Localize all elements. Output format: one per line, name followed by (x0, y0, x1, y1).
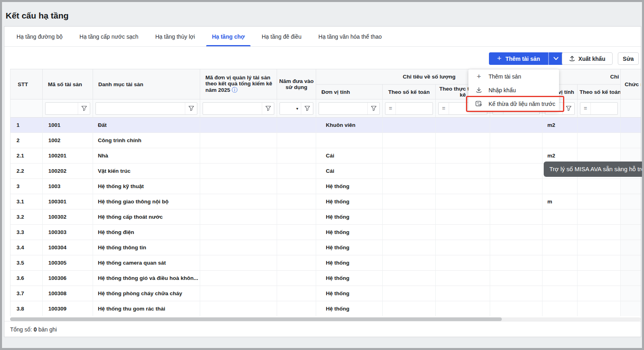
equals-operator[interactable]: = (439, 103, 449, 114)
col-header-stt[interactable]: STT (10, 69, 43, 99)
filter-cell-accounting2: = (578, 99, 621, 118)
tab-item-2[interactable]: Hạ tầng thủy lợi (149, 27, 201, 46)
edit-button[interactable]: Sửa (618, 52, 639, 65)
table-row[interactable]: 31003Hệ thống kỹ thuậtHệ thống (10, 179, 641, 194)
total-value: 0 (33, 326, 37, 333)
export-label: Xuất khẩu (578, 56, 605, 62)
add-asset-dropdown-toggle[interactable] (548, 52, 563, 65)
filter-unit-input[interactable] (319, 103, 367, 114)
toolbar: + Thêm tài sản Xuất khẩu Sửa (4, 47, 641, 69)
tab-item-5[interactable]: Hạ tầng văn hóa thể thao (313, 27, 387, 46)
dropdown-item-add-asset[interactable]: + Thêm tài sản (468, 70, 559, 83)
app-window: Kết cấu hạ tầng Hạ tầng đường bộHạ tầng … (2, 2, 642, 348)
chevron-down-icon (553, 57, 559, 60)
table-row[interactable]: 3.6100306Hệ thống thông gió và điều hoà … (10, 271, 641, 286)
filter-icon[interactable] (185, 103, 197, 114)
table-row[interactable]: 3.2100302Hệ thống cấp thoát nướcHệ thống (10, 209, 641, 225)
dropdown-item-import[interactable]: Nhập khẩu (468, 83, 559, 97)
table-row[interactable]: 3.7100308Hệ thống phòng cháy chữa cháyHệ… (10, 286, 641, 301)
col-header-code[interactable]: Mã số tài sản (43, 69, 93, 99)
filter-unit-code-input[interactable] (203, 103, 262, 114)
tab-item-0[interactable]: Hạ tầng đường bộ (11, 27, 68, 46)
filter-cell-function (621, 99, 641, 118)
assistant-tooltip: Trợ lý số MISA AVA sẵn sàng hỗ trợ (544, 162, 642, 177)
filter-cell-unit (316, 99, 383, 118)
filter-cell-code (43, 99, 93, 118)
filter-cell-name (93, 99, 200, 118)
tab-bar: Hạ tầng đường bộHạ tầng cấp nước sạchHạ … (4, 27, 641, 47)
horizontal-scrollbar[interactable] (10, 317, 641, 321)
equals-operator[interactable]: = (385, 103, 396, 114)
tab-item-1[interactable]: Hạ tầng cấp nước sạch (74, 27, 144, 46)
filter-cell-unit-code (200, 99, 277, 118)
col-header-accounting2[interactable]: Theo số kế toán (578, 85, 621, 99)
info-icon[interactable]: ⓘ (232, 87, 237, 94)
edit-label: Sửa (623, 56, 634, 62)
filter-icon[interactable] (562, 103, 574, 114)
filter-accounting-input[interactable] (396, 103, 433, 114)
table-row[interactable]: 3.5100305Hệ thống camera quan sátHệ thốn… (10, 255, 641, 271)
table-row[interactable]: 3.1100301Hệ thống giao thông nội bộHệ th… (10, 194, 641, 209)
grid-footer: Tổng số: 0 bản ghi (4, 321, 641, 337)
filter-cell-year: ▾ (277, 99, 316, 118)
total-unit: bản ghi (38, 326, 57, 333)
table-row[interactable]: 21002Công trình chính (10, 133, 641, 148)
table-row[interactable]: 3.3100303Hệ thống điệnHệ thống (10, 225, 641, 240)
caret-down-icon[interactable]: ▾ (294, 106, 301, 111)
scrollbar-thumb[interactable] (10, 317, 502, 321)
col-header-unit[interactable]: Đơn vị tính (316, 85, 383, 99)
table-row[interactable]: 11001ĐấtKhuôn viênm2 (10, 118, 641, 133)
add-asset-split-button[interactable]: + Thêm tài sản (489, 52, 563, 65)
col-header-accounting[interactable]: Theo số kế toán (383, 85, 436, 99)
filter-cell-accounting: = (383, 99, 436, 118)
total-label: Tổng số: (10, 326, 32, 333)
table-row[interactable]: 3.8100309Hệ thống thu gom rác thảiHệ thố… (10, 301, 641, 316)
plus-icon: + (475, 72, 483, 81)
download-icon (475, 87, 483, 93)
table-body: 11001ĐấtKhuôn viênm221002Công trình chín… (10, 118, 641, 316)
filter-icon[interactable] (78, 103, 90, 114)
col-header-function[interactable]: Chức năng (621, 69, 641, 99)
table-row[interactable]: 3.4100304Hệ thống thông tinHệ thống (10, 240, 641, 255)
tab-item-3[interactable]: Hạ tầng chợ (206, 27, 251, 46)
filter-accounting2-input[interactable] (591, 103, 617, 114)
filter-name-input[interactable] (96, 103, 185, 114)
add-asset-dropdown-menu: + Thêm tài sản Nhập khẩu Kế thừa dữ liệu… (468, 69, 559, 111)
page-title: Kết cấu hạ tầng (6, 11, 68, 21)
tab-item-4[interactable]: Hạ tầng đê điều (256, 27, 307, 46)
col-header-name[interactable]: Danh mục tài sản (93, 69, 200, 99)
filter-icon[interactable] (301, 103, 313, 114)
col-header-year[interactable]: Năm đưa vào sử dụng (277, 69, 316, 99)
plus-icon: + (497, 54, 501, 62)
dropdown-item-inherit-data[interactable]: Kế thừa dữ liệu năm trước (468, 97, 559, 111)
filter-code-input[interactable] (46, 103, 78, 114)
filter-cell-stt (10, 99, 43, 118)
add-asset-label: Thêm tài sản (505, 56, 540, 62)
inherit-icon (475, 101, 483, 108)
add-asset-button[interactable]: + Thêm tài sản (489, 52, 548, 65)
filter-year-input[interactable] (280, 103, 294, 114)
equals-operator[interactable]: = (580, 103, 591, 114)
col-header-unit-code[interactable]: Mã đơn vị quản lý tài sản theo kết quả t… (200, 69, 277, 99)
export-button[interactable]: Xuất khẩu (562, 52, 613, 65)
upload-icon (569, 56, 575, 62)
filter-icon[interactable] (367, 103, 379, 114)
filter-icon[interactable] (262, 103, 274, 114)
